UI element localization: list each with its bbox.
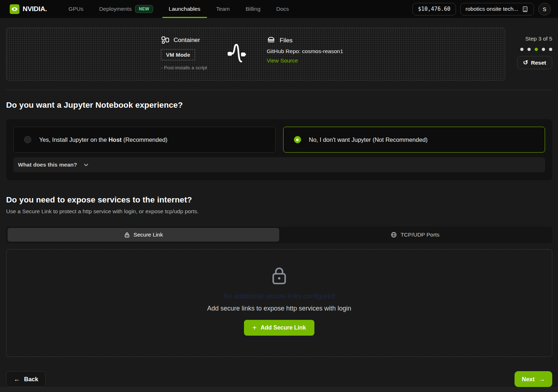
container-note: - Post-installs a script (161, 65, 207, 70)
main-content: Container VM Mode - Post-installs a scri… (0, 18, 558, 387)
expose-heading: Do you need to expose services to the in… (6, 195, 552, 205)
files-icon (267, 36, 276, 45)
new-badge: NEW (135, 5, 153, 13)
expose-subheading: Use a Secure Link to protect a http serv… (6, 208, 552, 215)
step-dot (527, 48, 531, 51)
jupyter-option-yes[interactable]: Yes, Install Jupyter on the Host (Recomm… (13, 127, 276, 153)
no-secure-links-ghost-text: No additional secure links configured (223, 292, 335, 300)
expose-tabs: Secure Link TCP/UDP Ports (6, 227, 552, 243)
files-summary: Files GitHub Repo: cosmos-reason1 View S… (267, 36, 343, 80)
radio-unselected-icon[interactable] (24, 136, 31, 143)
cable-connector-icon (226, 42, 247, 80)
top-nav: NVIDIA. GPUs Deployments NEW Launchables… (0, 0, 558, 18)
nav-item-deployments[interactable]: Deployments NEW (93, 0, 160, 18)
launchable-summary-card: Container VM Mode - Post-installs a scri… (6, 28, 505, 80)
github-repo-label: GitHub Repo: cosmos-reason1 (267, 48, 343, 55)
step-dot (549, 48, 552, 51)
building-icon (522, 6, 529, 13)
empty-state-description: Add secure links to expose http services… (207, 305, 351, 312)
nav-item-gpus[interactable]: GPUs (62, 0, 90, 18)
nvidia-wordmark: NVIDIA. (23, 5, 47, 13)
org-switcher[interactable]: robotics onsite tech... (460, 3, 534, 15)
step-dot (520, 48, 524, 51)
add-secure-link-button[interactable]: + Add Secure Link (244, 320, 315, 336)
user-avatar[interactable]: S (538, 3, 551, 15)
section-divider (6, 90, 552, 90)
files-title: Files (280, 37, 292, 44)
balance-amount: $10,476.60 (418, 6, 450, 12)
jupyter-option-no[interactable]: No, I don't want Jupyter (Not Recommende… (283, 127, 545, 153)
nav-item-team[interactable]: Team (210, 0, 236, 18)
nav-item-launchables[interactable]: Launchables (162, 0, 207, 18)
radio-selected-icon[interactable] (294, 136, 301, 143)
container-icon (161, 36, 170, 45)
step-indicator-panel: Step 3 of 5 ↺ Reset (517, 28, 552, 69)
step-label: Step 3 of 5 (525, 36, 552, 42)
container-title: Container (174, 37, 200, 44)
vm-mode-chip: VM Mode (161, 49, 195, 60)
next-button[interactable]: Next → (515, 371, 552, 387)
reset-icon: ↺ (523, 60, 528, 66)
nav-menu: GPUs Deployments NEW Launchables Team Bi… (62, 0, 296, 18)
lock-icon (124, 232, 130, 238)
jupyter-panel: Yes, Install Jupyter on the Host (Recomm… (6, 119, 552, 180)
secure-links-empty-state: No additional secure links configured Ad… (6, 249, 552, 357)
step-dot (542, 48, 545, 51)
jupyter-heading: Do you want a Jupyter Notebook experienc… (6, 101, 552, 110)
chevron-down-icon (83, 162, 89, 168)
nvidia-eye-icon (10, 4, 19, 14)
jupyter-option-no-label: No, I don't want Jupyter (Not Recommende… (309, 136, 428, 143)
nav-item-billing[interactable]: Billing (239, 0, 267, 18)
arrow-left-icon: ← (14, 376, 20, 382)
plus-icon: + (253, 324, 257, 331)
reset-button[interactable]: ↺ Reset (517, 56, 552, 69)
container-summary: Container VM Mode - Post-installs a scri… (161, 36, 207, 80)
globe-icon (391, 232, 397, 238)
lock-large-icon (270, 266, 288, 286)
org-name: robotics onsite tech... (466, 6, 518, 12)
what-does-this-mean-expander[interactable]: What does this mean? (13, 157, 545, 172)
nav-item-docs[interactable]: Docs (270, 0, 295, 18)
nav-right: $10,476.60 robotics onsite tech... S (412, 3, 551, 15)
step-dots (520, 48, 552, 51)
back-button[interactable]: ← Back (6, 371, 46, 387)
balance-button[interactable]: $10,476.60 (412, 3, 456, 15)
nvidia-logo[interactable]: NVIDIA. (10, 4, 47, 14)
arrow-right-icon: → (539, 376, 545, 382)
jupyter-option-yes-label: Yes, Install Jupyter on the Host (Recomm… (39, 136, 167, 143)
bottom-strip (0, 387, 558, 392)
step-dot (535, 48, 538, 51)
tab-tcp-udp-ports[interactable]: TCP/UDP Ports (279, 228, 551, 242)
view-source-link[interactable]: View Source (267, 57, 343, 64)
tab-secure-link[interactable]: Secure Link (8, 228, 279, 242)
wizard-footer: ← Back Next → (6, 371, 552, 387)
